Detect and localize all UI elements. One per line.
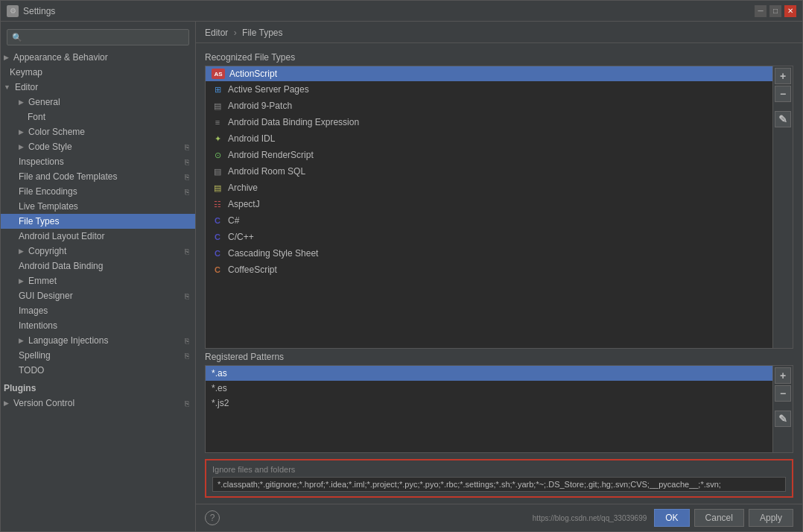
list-item[interactable]: ▤ Archive <box>206 180 772 196</box>
file-type-icon: ⊙ <box>212 149 223 161</box>
list-item-label: AspectJ <box>228 199 260 209</box>
titlebar: ⚙ Settings ─ □ ✕ <box>1 1 802 22</box>
file-type-icon: C <box>212 247 223 259</box>
edit-recognized-button[interactable]: ✎ <box>775 111 791 127</box>
list-item[interactable]: ▤ Android 9-Patch <box>206 98 772 114</box>
list-item[interactable]: ✦ Android IDL <box>206 130 772 147</box>
search-input[interactable] <box>25 32 184 42</box>
export-badge: ⎘ <box>185 158 189 166</box>
search-icon: 🔍 <box>12 33 22 42</box>
sidebar-item-label: Plugins <box>4 383 36 393</box>
sidebar-item-emmet[interactable]: ▶ Emmet <box>1 273 195 288</box>
add-recognized-button[interactable]: + <box>775 68 791 84</box>
sidebar-item-label: General <box>28 97 60 107</box>
sidebar-item-todo[interactable]: TODO <box>1 363 195 378</box>
sidebar-item-keymap[interactable]: Keymap <box>1 65 195 80</box>
sidebar-item-label: File Types <box>19 216 59 227</box>
maximize-button[interactable]: □ <box>769 5 781 17</box>
sidebar-item-editor[interactable]: ▼ Editor <box>1 80 195 95</box>
file-type-icon: C <box>212 264 223 276</box>
ignore-section: Ignore files and folders <box>205 459 793 498</box>
search-box[interactable]: 🔍 <box>7 29 189 45</box>
file-type-icon: ▤ <box>212 100 223 112</box>
sidebar: 🔍 ▶ Appearance & Behavior Keymap ▼ Edito… <box>1 22 196 531</box>
remove-recognized-button[interactable]: − <box>775 86 791 102</box>
list-item[interactable]: C Cascading Style Sheet <box>206 245 772 262</box>
sidebar-item-images[interactable]: Images <box>1 303 195 318</box>
sidebar-item-label: GUI Designer <box>19 291 73 301</box>
help-button[interactable]: ? <box>205 510 220 525</box>
list-item[interactable]: C CoffeeScript <box>206 262 772 278</box>
sidebar-item-live-templates[interactable]: Live Templates <box>1 199 195 214</box>
sidebar-item-code-style[interactable]: ▶ Code Style ⎘ <box>1 139 195 154</box>
list-item-label: *.as <box>212 368 227 379</box>
list-item-label: Archive <box>228 183 258 193</box>
sidebar-item-gui-designer[interactable]: GUI Designer ⎘ <box>1 288 195 303</box>
content-panel: Editor › File Types Recognized File Type… <box>196 22 802 531</box>
list-item[interactable]: ≡ Android Data Binding Expression <box>206 114 772 130</box>
list-item[interactable]: C C/C++ <box>206 229 772 245</box>
file-type-icon: ▤ <box>212 165 223 177</box>
sidebar-item-label: Intentions <box>19 320 57 331</box>
sidebar-item-label: Language Injections <box>28 335 108 346</box>
file-type-icon: C <box>212 231 223 243</box>
list-item[interactable]: *.js2 <box>206 396 772 411</box>
sidebar-item-label: Appearance & Behavior <box>13 52 108 63</box>
list-item[interactable]: *.es <box>206 381 772 396</box>
sidebar-item-spelling[interactable]: Spelling ⎘ <box>1 348 195 363</box>
breadcrumb-separator: › <box>234 28 237 38</box>
expand-arrow: ▶ <box>19 128 24 136</box>
sidebar-item-label: Copyright <box>28 246 66 256</box>
sidebar-item-color-scheme[interactable]: ▶ Color Scheme <box>1 124 195 139</box>
export-badge: ⎘ <box>185 188 189 196</box>
breadcrumb: Editor › File Types <box>196 22 802 43</box>
sidebar-item-appearance[interactable]: ▶ Appearance & Behavior <box>1 50 195 65</box>
window-controls: ─ □ ✕ <box>755 5 796 17</box>
sidebar-item-general[interactable]: ▶ General <box>1 95 195 110</box>
list-item[interactable]: AS ActionScript <box>206 66 772 81</box>
close-button[interactable]: ✕ <box>784 5 796 17</box>
sidebar-item-language-injections[interactable]: ▶ Language Injections ⎘ <box>1 333 195 348</box>
cancel-button[interactable]: Cancel <box>694 509 744 527</box>
ignore-files-input[interactable] <box>212 477 786 492</box>
registered-section: Registered Patterns *.as *.es *.js2 <box>205 349 793 453</box>
file-type-icon: ✦ <box>212 133 223 145</box>
sidebar-item-label: Font <box>28 112 45 122</box>
list-item[interactable]: C C# <box>206 212 772 229</box>
list-item[interactable]: ⊙ Android RenderScript <box>206 147 772 163</box>
list-item-label: C/C++ <box>228 232 254 242</box>
list-item[interactable]: ⊞ Active Server Pages <box>206 81 772 98</box>
sidebar-item-file-encodings[interactable]: File Encodings ⎘ <box>1 184 195 199</box>
list-item[interactable]: ☷ AspectJ <box>206 196 772 212</box>
edit-registered-button[interactable]: ✎ <box>775 411 791 427</box>
sidebar-item-intentions[interactable]: Intentions <box>1 318 195 333</box>
sidebar-item-label: Color Scheme <box>28 127 85 137</box>
add-registered-button[interactable]: + <box>775 367 791 384</box>
sidebar-item-copyright[interactable]: ▶ Copyright ⎘ <box>1 244 195 259</box>
list-item-label: *.es <box>212 383 227 393</box>
list-item[interactable]: ▤ Android Room SQL <box>206 163 772 180</box>
recognized-file-types-list: AS ActionScript ⊞ Active Server Pages ▤ … <box>205 66 793 349</box>
sidebar-item-font[interactable]: Font <box>1 110 195 124</box>
minimize-button[interactable]: ─ <box>755 5 766 17</box>
apply-button[interactable]: Apply <box>749 509 793 527</box>
sidebar-item-label: Android Layout Editor <box>19 231 104 241</box>
sidebar-item-android-layout-editor[interactable]: Android Layout Editor <box>1 229 195 244</box>
remove-registered-button[interactable]: − <box>775 385 791 402</box>
sidebar-item-android-data-binding[interactable]: Android Data Binding <box>1 259 195 273</box>
sidebar-item-label: Keymap <box>10 67 42 77</box>
sidebar-item-label: Images <box>19 305 48 316</box>
sidebar-item-inspections[interactable]: Inspections ⎘ <box>1 154 195 169</box>
export-badge: ⎘ <box>185 337 189 345</box>
expand-arrow: ▶ <box>19 247 24 255</box>
sidebar-item-label: TODO <box>19 365 44 376</box>
sidebar-item-version-control[interactable]: ▶ Version Control ⎘ <box>1 396 195 411</box>
breadcrumb-current: File Types <box>242 28 282 38</box>
list-item[interactable]: *.as <box>206 366 772 381</box>
sidebar-item-file-and-code-templates[interactable]: File and Code Templates ⎘ <box>1 169 195 184</box>
sidebar-item-label: Code Style <box>28 142 72 152</box>
sidebar-item-file-types[interactable]: File Types <box>1 214 195 229</box>
registered-list-inner: *.as *.es *.js2 <box>206 366 772 452</box>
ok-button[interactable]: OK <box>654 509 689 527</box>
sidebar-item-plugins[interactable]: Plugins <box>1 381 195 396</box>
